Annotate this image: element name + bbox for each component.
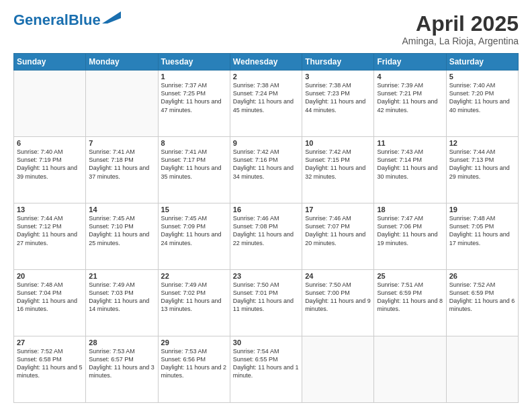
day-number: 14 (89, 205, 154, 214)
day-number: 13 (17, 205, 83, 214)
day-detail: Sunrise: 7:39 AMSunset: 7:21 PMDaylight:… (377, 81, 443, 114)
day-cell: 21Sunrise: 7:49 AMSunset: 7:03 PMDayligh… (86, 270, 158, 336)
day-cell: 19Sunrise: 7:48 AMSunset: 7:05 PMDayligh… (446, 203, 518, 270)
day-cell: 28Sunrise: 7:53 AMSunset: 6:57 PMDayligh… (86, 336, 158, 403)
day-number: 24 (305, 272, 371, 280)
day-cell: 17Sunrise: 7:46 AMSunset: 7:07 PMDayligh… (302, 203, 374, 270)
day-cell: 2Sunrise: 7:38 AMSunset: 7:24 PMDaylight… (230, 71, 302, 137)
day-header-thursday: Thursday (302, 54, 374, 71)
day-detail: Sunrise: 7:37 AMSunset: 7:25 PMDaylight:… (161, 81, 227, 114)
logo-text: GeneralBlue (13, 12, 101, 28)
day-header-friday: Friday (374, 54, 446, 71)
day-detail: Sunrise: 7:47 AMSunset: 7:06 PMDaylight:… (377, 214, 443, 247)
day-detail: Sunrise: 7:42 AMSunset: 7:16 PMDaylight:… (233, 148, 299, 181)
day-detail: Sunrise: 7:46 AMSunset: 7:07 PMDaylight:… (305, 214, 371, 247)
day-cell: 30Sunrise: 7:54 AMSunset: 6:55 PMDayligh… (230, 336, 302, 403)
day-detail: Sunrise: 7:38 AMSunset: 7:23 PMDaylight:… (305, 81, 371, 114)
day-detail: Sunrise: 7:46 AMSunset: 7:08 PMDaylight:… (233, 214, 299, 247)
day-detail: Sunrise: 7:52 AMSunset: 6:58 PMDaylight:… (17, 347, 83, 380)
day-cell: 26Sunrise: 7:52 AMSunset: 6:59 PMDayligh… (446, 270, 518, 336)
day-cell: 14Sunrise: 7:45 AMSunset: 7:10 PMDayligh… (86, 203, 158, 270)
day-detail: Sunrise: 7:40 AMSunset: 7:20 PMDaylight:… (449, 81, 515, 114)
day-header-saturday: Saturday (446, 54, 518, 71)
day-detail: Sunrise: 7:50 AMSunset: 7:01 PMDaylight:… (233, 281, 299, 314)
day-detail: Sunrise: 7:53 AMSunset: 6:56 PMDaylight:… (161, 347, 227, 380)
day-number: 10 (305, 139, 371, 147)
day-number: 27 (17, 338, 83, 347)
day-cell: 20Sunrise: 7:48 AMSunset: 7:04 PMDayligh… (14, 270, 86, 336)
day-number: 9 (233, 139, 299, 147)
day-header-wednesday: Wednesday (230, 54, 302, 71)
day-detail: Sunrise: 7:50 AMSunset: 7:00 PMDaylight:… (305, 281, 371, 314)
day-number: 21 (89, 272, 154, 280)
day-number: 4 (377, 73, 443, 81)
day-detail: Sunrise: 7:49 AMSunset: 7:02 PMDaylight:… (161, 281, 227, 314)
day-number: 8 (161, 139, 227, 147)
logo-icon (102, 11, 121, 24)
day-cell: 24Sunrise: 7:50 AMSunset: 7:00 PMDayligh… (302, 270, 374, 336)
day-number: 7 (89, 139, 154, 147)
day-number: 3 (305, 73, 371, 81)
day-cell: 10Sunrise: 7:42 AMSunset: 7:15 PMDayligh… (302, 137, 374, 203)
day-header-sunday: Sunday (14, 54, 86, 71)
day-number: 18 (377, 205, 443, 214)
page: GeneralBlue April 2025 Aminga, La Rioja,… (0, 0, 532, 411)
day-cell (302, 336, 374, 403)
calendar-title: April 2025 (402, 12, 519, 36)
day-number: 12 (449, 139, 515, 147)
day-cell: 29Sunrise: 7:53 AMSunset: 6:56 PMDayligh… (158, 336, 230, 403)
logo: GeneralBlue (13, 12, 121, 28)
day-cell: 18Sunrise: 7:47 AMSunset: 7:06 PMDayligh… (374, 203, 446, 270)
week-row-5: 27Sunrise: 7:52 AMSunset: 6:58 PMDayligh… (14, 336, 519, 403)
day-number: 26 (449, 272, 515, 280)
day-number: 30 (233, 338, 299, 347)
day-cell: 22Sunrise: 7:49 AMSunset: 7:02 PMDayligh… (158, 270, 230, 336)
day-cell: 8Sunrise: 7:41 AMSunset: 7:17 PMDaylight… (158, 137, 230, 203)
day-detail: Sunrise: 7:44 AMSunset: 7:12 PMDaylight:… (17, 214, 83, 247)
day-cell: 6Sunrise: 7:40 AMSunset: 7:19 PMDaylight… (14, 137, 86, 203)
day-cell: 3Sunrise: 7:38 AMSunset: 7:23 PMDaylight… (302, 71, 374, 137)
day-number: 15 (161, 205, 227, 214)
day-cell: 1Sunrise: 7:37 AMSunset: 7:25 PMDaylight… (158, 71, 230, 137)
day-cell: 5Sunrise: 7:40 AMSunset: 7:20 PMDaylight… (446, 71, 518, 137)
day-detail: Sunrise: 7:53 AMSunset: 6:57 PMDaylight:… (89, 347, 154, 380)
day-cell: 12Sunrise: 7:44 AMSunset: 7:13 PMDayligh… (446, 137, 518, 203)
day-detail: Sunrise: 7:51 AMSunset: 6:59 PMDaylight:… (377, 281, 443, 314)
day-detail: Sunrise: 7:54 AMSunset: 6:55 PMDaylight:… (233, 347, 299, 380)
day-detail: Sunrise: 7:44 AMSunset: 7:13 PMDaylight:… (449, 148, 515, 181)
day-detail: Sunrise: 7:43 AMSunset: 7:14 PMDaylight:… (377, 148, 443, 181)
day-detail: Sunrise: 7:41 AMSunset: 7:18 PMDaylight:… (89, 148, 154, 181)
day-number: 29 (161, 338, 227, 347)
day-number: 11 (377, 139, 443, 147)
day-cell: 13Sunrise: 7:44 AMSunset: 7:12 PMDayligh… (14, 203, 86, 270)
header-row: SundayMondayTuesdayWednesdayThursdayFrid… (14, 54, 519, 71)
day-number: 25 (377, 272, 443, 280)
day-cell (14, 71, 86, 137)
week-row-3: 13Sunrise: 7:44 AMSunset: 7:12 PMDayligh… (14, 203, 519, 270)
day-number: 6 (17, 139, 83, 147)
day-detail: Sunrise: 7:41 AMSunset: 7:17 PMDaylight:… (161, 148, 227, 181)
svg-marker-0 (102, 11, 121, 24)
week-row-2: 6Sunrise: 7:40 AMSunset: 7:19 PMDaylight… (14, 137, 519, 203)
day-detail: Sunrise: 7:42 AMSunset: 7:15 PMDaylight:… (305, 148, 371, 181)
calendar-subtitle: Aminga, La Rioja, Argentina (402, 36, 519, 46)
day-cell: 4Sunrise: 7:39 AMSunset: 7:21 PMDaylight… (374, 71, 446, 137)
day-number: 19 (449, 205, 515, 214)
day-number: 1 (161, 73, 227, 81)
day-detail: Sunrise: 7:48 AMSunset: 7:04 PMDaylight:… (17, 281, 83, 314)
day-number: 5 (449, 73, 515, 81)
day-cell: 16Sunrise: 7:46 AMSunset: 7:08 PMDayligh… (230, 203, 302, 270)
title-area: April 2025 Aminga, La Rioja, Argentina (402, 12, 519, 46)
day-number: 2 (233, 73, 299, 81)
day-cell (446, 336, 518, 403)
day-cell: 23Sunrise: 7:50 AMSunset: 7:01 PMDayligh… (230, 270, 302, 336)
day-number: 28 (89, 338, 154, 347)
day-cell: 25Sunrise: 7:51 AMSunset: 6:59 PMDayligh… (374, 270, 446, 336)
week-row-4: 20Sunrise: 7:48 AMSunset: 7:04 PMDayligh… (14, 270, 519, 336)
day-detail: Sunrise: 7:45 AMSunset: 7:09 PMDaylight:… (161, 214, 227, 247)
day-number: 17 (305, 205, 371, 214)
day-cell: 27Sunrise: 7:52 AMSunset: 6:58 PMDayligh… (14, 336, 86, 403)
day-detail: Sunrise: 7:45 AMSunset: 7:10 PMDaylight:… (89, 214, 154, 247)
day-cell: 7Sunrise: 7:41 AMSunset: 7:18 PMDaylight… (86, 137, 158, 203)
day-cell: 11Sunrise: 7:43 AMSunset: 7:14 PMDayligh… (374, 137, 446, 203)
